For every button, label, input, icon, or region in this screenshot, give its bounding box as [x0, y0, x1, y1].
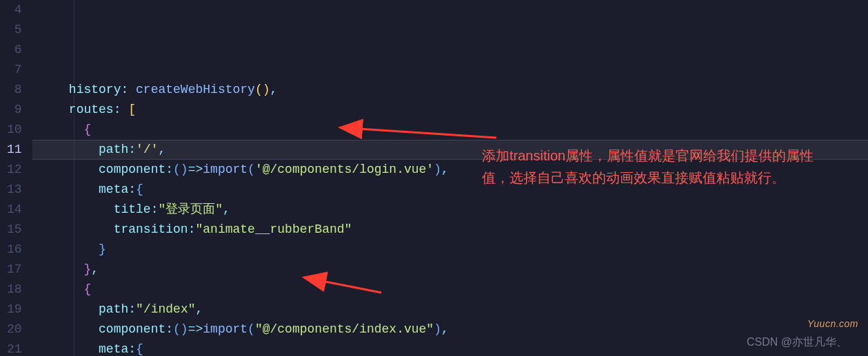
token	[39, 322, 99, 336]
token: "	[136, 302, 143, 316]
token: meta	[99, 342, 128, 356]
token	[39, 222, 114, 236]
token: /index	[143, 302, 188, 316]
token: {	[136, 342, 143, 356]
token: "	[426, 322, 434, 336]
token: "	[195, 222, 203, 236]
token: :	[128, 302, 136, 316]
line-number: 18	[0, 280, 22, 300]
code-editor: 45678910111213141516171819202122 history…	[0, 0, 868, 356]
token: createWebHistory	[136, 83, 255, 96]
token: =>	[188, 163, 203, 176]
token: ,	[223, 202, 230, 216]
token: transition	[114, 222, 188, 236]
token: )	[434, 163, 441, 176]
token: ()	[255, 83, 270, 96]
token	[39, 103, 69, 116]
token: :	[114, 103, 129, 116]
line-number: 4	[0, 0, 22, 20]
token: history	[69, 83, 121, 96]
token: component	[99, 322, 165, 336]
token: animate__rubberBand	[203, 222, 344, 236]
token: [	[128, 103, 136, 116]
token	[39, 182, 99, 196]
token: ()	[173, 322, 188, 336]
token: ,	[196, 302, 203, 316]
token: path	[99, 143, 128, 156]
line-number: 21	[0, 339, 22, 356]
token: :	[128, 342, 136, 356]
token: "	[158, 202, 165, 216]
line-number: 11	[0, 140, 22, 160]
token: )	[434, 322, 441, 336]
line-number: 17	[0, 260, 22, 280]
token	[39, 143, 99, 156]
token: ,	[159, 143, 166, 156]
token	[39, 302, 99, 316]
code-line[interactable]: {	[32, 280, 868, 300]
token	[39, 342, 99, 356]
code-line[interactable]: {	[32, 120, 868, 140]
token: "	[345, 222, 352, 236]
code-line[interactable]: transition:"animate__rubberBand"	[32, 220, 868, 240]
code-line[interactable]: }	[32, 240, 868, 260]
code-line[interactable]: history: createWebHistory(),	[32, 80, 868, 100]
token: ,	[270, 83, 278, 96]
token: }	[83, 262, 91, 276]
token: import	[203, 163, 248, 176]
code-line[interactable]: component:()=>import("@/components/index…	[32, 320, 868, 339]
token: title	[114, 202, 151, 216]
token: component	[99, 163, 165, 176]
code-line[interactable]: title:"登录页面",	[32, 200, 868, 220]
token	[39, 262, 84, 276]
token: :	[165, 163, 173, 176]
token: :	[128, 143, 136, 156]
token: ,	[91, 262, 99, 276]
token	[39, 202, 114, 216]
code-line[interactable]: },	[32, 260, 868, 280]
code-line[interactable]: meta:{	[32, 180, 868, 200]
token: "	[255, 322, 263, 336]
line-number: 6	[0, 40, 22, 60]
token: path	[99, 302, 128, 316]
code-line[interactable]: path:"/index",	[32, 300, 868, 320]
code-line[interactable]: path:'/',	[32, 140, 868, 160]
token: ()	[173, 163, 188, 176]
line-number: 9	[0, 100, 22, 120]
token: :	[128, 182, 136, 196]
token: ,	[441, 322, 449, 336]
token: =>	[188, 322, 203, 336]
token: import	[203, 322, 248, 336]
token: '	[426, 163, 434, 176]
line-number: 12	[0, 160, 22, 180]
token: "	[188, 302, 196, 316]
token: :	[121, 83, 136, 96]
token: '	[151, 143, 159, 156]
code-line[interactable]: meta:{	[32, 339, 868, 356]
line-number: 7	[0, 60, 22, 80]
token	[39, 282, 84, 296]
code-line[interactable]: component:()=>import('@/components/login…	[32, 160, 868, 180]
line-gutter: 45678910111213141516171819202122	[0, 0, 32, 356]
token: {	[83, 282, 91, 296]
token: :	[151, 202, 159, 216]
line-number: 14	[0, 200, 22, 220]
token	[39, 242, 99, 256]
code-line[interactable]: routes: [	[32, 100, 868, 120]
code-area[interactable]: history: createWebHistory(), routes: [ {…	[32, 0, 868, 356]
line-number: 10	[0, 120, 22, 140]
line-number: 13	[0, 180, 22, 200]
token: {	[136, 182, 143, 196]
token	[39, 123, 84, 136]
token: (	[248, 322, 255, 336]
token: '	[136, 143, 143, 156]
token: @/components/login.vue	[263, 163, 427, 176]
line-number: 20	[0, 320, 22, 339]
token: '	[255, 163, 263, 176]
token: routes	[69, 103, 114, 116]
token: ,	[441, 163, 449, 176]
token: {	[83, 123, 91, 136]
token: 登录页面	[165, 202, 215, 216]
line-number: 5	[0, 20, 22, 40]
token: @/components/index.vue	[263, 322, 427, 336]
